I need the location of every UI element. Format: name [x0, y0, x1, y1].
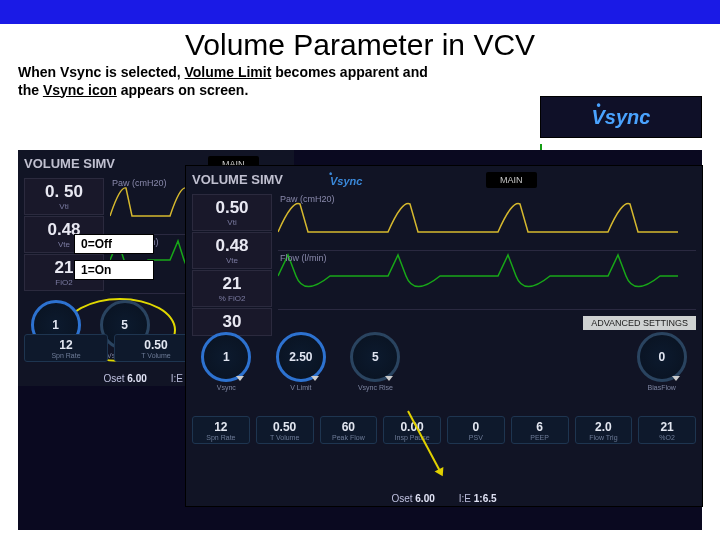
dial-psv[interactable]: 0PSV	[447, 416, 505, 444]
ventilator-screen-after: VOLUME SIMV Vsync MAIN 0.50Vti 0.48Vte 2…	[186, 166, 702, 506]
mode-label: VOLUME SIMV	[192, 172, 283, 187]
legend-off: 0=Off	[74, 234, 154, 254]
dial-spn-rate[interactable]: 12Spn Rate	[24, 334, 108, 362]
vsync-badge-large: Vsync	[540, 96, 702, 138]
dial-biasflow[interactable]: 0BiasFlow	[627, 332, 696, 391]
slide-title: Volume Parameter in VCV	[0, 28, 720, 62]
dial-flow-trig[interactable]: 2.0Flow Trig	[575, 416, 633, 444]
dial-peak-flow[interactable]: 60Peak Flow	[320, 416, 378, 444]
advanced-settings-label: ADVANCED SETTINGS	[583, 316, 696, 330]
readout-vti: 0.50Vti	[192, 194, 272, 231]
dial-vsync[interactable]: 1Vsync	[192, 332, 261, 391]
dial-spn-rate[interactable]: 12Spn Rate	[192, 416, 250, 444]
mode-label: VOLUME SIMV	[24, 156, 115, 171]
top-banner	[0, 0, 720, 24]
status-bar: Oset 6.00 I:E 1:6.5	[192, 493, 696, 504]
readout-vti: 0. 50Vti	[24, 178, 104, 215]
readout-vte: 0.48Vte	[192, 232, 272, 269]
readout-column: 0.50Vti 0.48Vte 21% FiO2 30	[192, 194, 272, 336]
dial-v-limit[interactable]: 2.50V Limit	[267, 332, 336, 391]
flow-waveform-icon	[278, 251, 678, 301]
dial-t-volume[interactable]: 0.50T Volume	[256, 416, 314, 444]
dial-vsync-rise[interactable]: 5Vsync Rise	[341, 332, 410, 391]
slide-description: When Vsync is selected, Volume Limit bec…	[0, 64, 466, 105]
paw-waveform-icon	[278, 192, 678, 242]
vsync-icon: Vsync	[592, 106, 651, 129]
dial-o2[interactable]: 21%O2	[638, 416, 696, 444]
advanced-dial-row: 1Vsync 2.50V Limit 5Vsync Rise 0BiasFlow	[192, 332, 696, 391]
legend-on: 1=On	[74, 260, 154, 280]
dial-peep[interactable]: 6PEEP	[511, 416, 569, 444]
main-dial-row: 12Spn Rate 0.50T Volume 60Peak Flow 0.00…	[192, 416, 696, 444]
waveform-area: Paw (cmH20) Flow (l/min)	[278, 192, 696, 310]
screenshot-stage: VOLUME SIMV MAIN 0. 50Vti 0.48Vte 21FiO2…	[18, 150, 702, 530]
vsync-icon-onscreen: Vsync	[326, 174, 366, 188]
main-button[interactable]: MAIN	[486, 172, 537, 188]
vsync-legend: 0=Off 1=On	[74, 234, 154, 286]
readout-fio2: 21% FiO2	[192, 270, 272, 307]
